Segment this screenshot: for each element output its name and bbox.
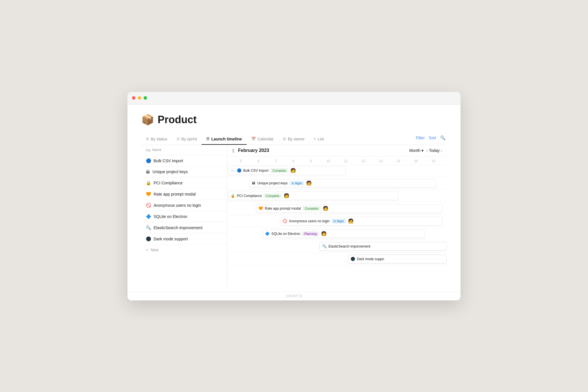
status-pci: Complete — [264, 194, 282, 198]
bar-emoji-anon: 🚫 — [283, 219, 287, 223]
status-rate-app: Complete — [303, 206, 321, 211]
by-sprint-icon: ⊟ — [177, 137, 180, 141]
task-emoji-pci: 🔒 — [146, 180, 151, 186]
gantt-bar-pci[interactable]: 🔒 PCI Compliance Complete 🧑 — [228, 192, 399, 200]
bar-emoji-dark: 🌑 — [351, 257, 355, 261]
task-name-unique-keys: Unique project keys — [152, 169, 188, 174]
task-emoji-bulk-csv: 🔵 — [146, 158, 151, 163]
gantt-bar-elastic[interactable]: 🔍 ElasticSearch imporvement — [320, 242, 447, 251]
avatar-bulk-csv: 🧑 — [290, 167, 296, 174]
tab-by-owner[interactable]: ⊞ By owner — [278, 134, 309, 145]
date-6: 6 — [249, 159, 267, 163]
tab-by-sprint[interactable]: ⊟ By sprint — [172, 134, 202, 145]
bottom-bar: COUNT: 8 — [127, 291, 461, 300]
task-row-pci[interactable]: 🔒 PCI Compliance — [141, 177, 227, 189]
task-row-anon[interactable]: 🚫 Anonymous users no login — [141, 200, 227, 211]
sort-button[interactable]: Sort — [429, 136, 436, 140]
timeline-header-left: ⟪ February 2023 — [232, 148, 269, 153]
filter-button[interactable]: Filter — [416, 136, 425, 140]
date-9: 9 — [302, 159, 320, 163]
minimize-button[interactable] — [138, 96, 141, 100]
count-label: COUNT: 8 — [286, 294, 302, 298]
main-layout: Aa Name 🔵 Bulk CSV import 🏛 Unique proje… — [141, 145, 447, 286]
next-arrow[interactable]: › — [441, 148, 442, 153]
left-panel: Aa Name 🔵 Bulk CSV import 🏛 Unique proje… — [141, 145, 227, 286]
bar-emoji-sqlite: 🔷 — [265, 231, 270, 236]
task-name-bulk-csv: Bulk CSV import — [154, 159, 183, 163]
task-emoji-dark: 🌑 — [146, 236, 151, 242]
by-status-icon: ⊞ — [146, 137, 149, 141]
new-row[interactable]: + New — [141, 245, 227, 255]
plus-icon: + — [146, 248, 148, 252]
col-header-icon: Aa — [146, 148, 150, 152]
app-window: 📦 Product ⊞ By status ⊟ By sprint ☰ Laun… — [127, 92, 461, 300]
bar-emoji-pci: 🔒 — [231, 194, 235, 198]
avatar-sqlite: 🧑 — [321, 231, 327, 237]
launch-timeline-icon: ☰ — [206, 137, 210, 141]
prev-arrow[interactable]: ‹ — [426, 148, 428, 153]
avatar-unique-keys: 🧑 — [306, 180, 312, 186]
bar-name-anon: Anonymous users no login — [289, 219, 329, 223]
gantt-bar-unique-keys[interactable]: 🏛 Unique project keys In flight 🧑 — [249, 179, 436, 188]
timeline-panel: ⟪ February 2023 Month ▾ ‹ Today › — [227, 145, 447, 286]
task-name-dark: Dark mode support — [154, 237, 188, 241]
bar-name-sqlite: SQLite on Electron — [271, 232, 300, 236]
today-label[interactable]: Today — [429, 148, 440, 153]
gantt-bar-bulk-csv[interactable]: ← 🔵 Bulk CSV import Complete 🧑 — [228, 166, 346, 175]
col-header-name: Aa Name — [141, 145, 227, 155]
bar-emoji-unique-keys: 🏛 — [252, 181, 256, 185]
bar-name-bulk-csv: Bulk CSV import — [243, 169, 268, 173]
timeline-month: February 2023 — [238, 148, 269, 153]
task-emoji-unique-keys: 🏛 — [146, 169, 150, 174]
task-row-rate-app[interactable]: 🧡 Rate app prompt modal — [141, 189, 227, 200]
titlebar — [127, 92, 461, 105]
task-row-elastic[interactable]: 🔍 ElasticSearch improvement — [141, 222, 227, 233]
tab-by-status[interactable]: ⊞ By status — [141, 134, 172, 145]
bar-name-rate-app: Rate app prompt modal — [265, 206, 301, 211]
gantt-bar-rate-app[interactable]: 🧡 Rate app prompt modal Complete 🧑 — [256, 204, 442, 213]
tab-launch-timeline[interactable]: ☰ Launch timeline — [202, 134, 247, 145]
back-arrow-icon: ← — [231, 168, 235, 173]
task-row-bulk-csv[interactable]: 🔵 Bulk CSV import — [141, 155, 227, 167]
task-emoji-sqlite: 🔷 — [146, 214, 151, 219]
bar-name-dark: Dark mode suppo — [357, 257, 384, 261]
status-bulk-csv: Complete — [270, 168, 288, 173]
timeline-row-anon: 🚫 Anonymous users no login In flight 🧑 — [227, 215, 447, 227]
task-row-dark[interactable]: 🌑 Dark mode support — [141, 233, 227, 245]
date-14: 14 — [390, 159, 407, 163]
tab-list[interactable]: ≡ List — [309, 134, 328, 145]
search-icon[interactable]: 🔍 — [440, 135, 446, 140]
task-row-unique-keys[interactable]: 🏛 Unique project keys — [141, 167, 227, 177]
maximize-button[interactable] — [144, 96, 147, 100]
task-name-elastic: ElasticSearch improvement — [154, 225, 202, 230]
product-icon: 📦 — [141, 114, 154, 126]
date-8: 8 — [285, 159, 302, 163]
task-row-sqlite[interactable]: 🔷 SQLite on Electron — [141, 211, 227, 222]
tab-calendar[interactable]: 📅 Calendar — [247, 134, 278, 145]
date-12: 12 — [355, 159, 372, 163]
date-5: 5 — [232, 159, 249, 163]
timeline-row-pci: 🔒 PCI Compliance Complete 🧑 — [227, 190, 447, 202]
gantt-bar-dark[interactable]: 🌑 Dark mode suppo — [348, 255, 447, 263]
task-emoji-anon: 🚫 — [146, 203, 151, 208]
bar-name-unique-keys: Unique project keys — [257, 181, 287, 185]
timeline-row-elastic: 🔍 ElasticSearch imporvement — [227, 240, 447, 253]
close-button[interactable] — [132, 96, 136, 100]
date-13: 13 — [372, 159, 390, 163]
month-selector[interactable]: Month ▾ — [409, 148, 423, 153]
gantt-bar-sqlite[interactable]: 🔷 SQLite on Electron Planning 🧑 — [262, 229, 425, 238]
list-icon: ≡ — [314, 137, 316, 141]
date-15: 15 — [407, 159, 425, 163]
date-7: 7 — [267, 159, 285, 163]
task-name-sqlite: SQLite on Electron — [154, 214, 187, 219]
date-10: 10 — [320, 159, 337, 163]
tabs-right: Filter Sort 🔍 — [415, 135, 447, 143]
gantt-bar-anon[interactable]: 🚫 Anonymous users no login In flight 🧑 — [280, 217, 442, 225]
collapse-button[interactable]: ⟪ — [232, 148, 235, 153]
avatar-rate-app: 🧑 — [322, 205, 329, 212]
task-emoji-elastic: 🔍 — [146, 225, 151, 230]
timeline-rows: ← 🔵 Bulk CSV import Complete 🧑 🏛 Unique … — [227, 164, 447, 265]
bar-name-pci: PCI Compliance — [237, 194, 262, 198]
timeline-row-sqlite: 🔷 SQLite on Electron Planning 🧑 — [227, 227, 447, 240]
page-title: Product — [158, 114, 197, 126]
